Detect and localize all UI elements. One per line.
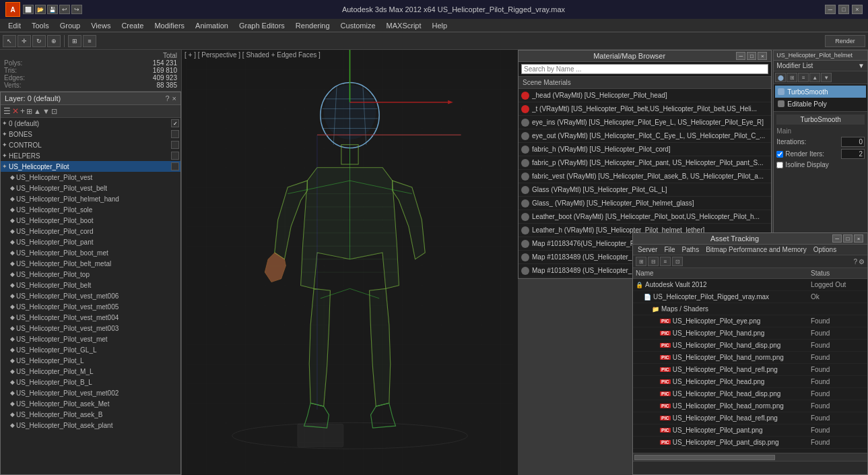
layer-item[interactable]: ◆ US_Helicopter_Pilot_pant [1,236,180,247]
asset-item[interactable]: 📁 Maps / Shaders [633,303,867,315]
layer-item[interactable]: ◆ US_Helicopter_Pilot_asek_plant [1,420,180,431]
tb-redo[interactable]: ↪ [71,5,82,14]
layer-item[interactable]: ◆ US_Helicopter_Pilot_vest_met003 [1,323,180,334]
layer-item[interactable]: ◆ US_Helicopter_Pilot_vest_met006 [1,290,180,301]
isoline-checkbox[interactable] [776,162,783,168]
asset-item[interactable]: 📄 US_Helicopter_Pilot_Rigged_vray.max Ok [633,291,867,303]
material-search-input[interactable] [521,64,768,74]
select-tool[interactable]: ↖ [3,35,16,47]
layer-checkbox[interactable] [171,152,179,160]
layer-item[interactable]: ◆ US_Helicopter_Pilot_helmet_hand [1,193,180,204]
tb-new[interactable]: ⬜ [23,5,34,14]
layer-item[interactable]: ◆ US_Helicopter_Pilot_cord [1,226,180,236]
layer-delete-btn[interactable]: ✕ [12,106,19,116]
material-item[interactable]: Leather_boot (VRayMtl) [US_Helicopter_Pi… [519,210,771,224]
asset-horizontal-scrollbar[interactable] [633,453,867,461]
layer-item[interactable]: ◆ US_Helicopter_Pilot_asek_Met [1,398,180,409]
menu-views[interactable]: Views [86,19,116,32]
asset-item[interactable]: PIC US_Helicopter_Pilot_eye.png Found [633,315,867,327]
layer-item[interactable]: ◆ US_Helicopter_Pilot_GL_L [1,344,180,355]
menu-rendering[interactable]: Rendering [290,19,335,32]
layer-checkbox[interactable]: ✓ [171,119,179,127]
layer-item[interactable]: ◆ US_Helicopter_Pilot_belt_metal [1,258,180,269]
layer-add-btn[interactable]: + [20,106,25,116]
layer-item[interactable]: ◆ US_Helicopter_Pilot_vest_met005 [1,301,180,312]
menu-create[interactable]: Create [116,19,149,32]
menu-edit[interactable]: Edit [3,19,26,32]
material-item[interactable]: Glass_ (VRayMtl) [US_Helicopter_Pilot_he… [519,197,771,210]
asset-item[interactable]: PIC US_Helicopter_Pilot_head_disp.png Fo… [633,388,867,400]
material-item[interactable]: fabric_h (VRayMtl) [US_Helicopter_Pilot_… [519,143,771,156]
layer-item[interactable]: ◆ US_Helicopter_Pilot_vest_belt [1,183,180,193]
menu-tools[interactable]: Tools [26,19,55,32]
tb-open[interactable]: 📂 [35,5,46,14]
layer-item[interactable]: ◆ US_Helicopter_Pilot_M_L [1,366,180,377]
mod-icon-5[interactable]: ▼ [821,73,832,82]
asset-maximize-btn[interactable]: □ [843,234,853,243]
layer-item[interactable]: ◆ US_Helicopter_Pilot_boot [1,215,180,226]
layer-item[interactable]: ✦ 0 (default) ✓ [1,118,180,129]
menu-help[interactable]: Help [427,19,453,32]
menu-graph-editors[interactable]: Graph Editors [234,19,290,32]
asset-item[interactable]: PIC US_Helicopter_Pilot_hand_disp.png Fo… [633,340,867,352]
layer-item[interactable]: ◆ US_Helicopter_Pilot_vest [1,172,180,183]
mat-maximize-btn[interactable]: □ [747,52,756,60]
layer-item[interactable]: ◆ US_Helicopter_Pilot_sole [1,204,180,215]
layer-item[interactable]: ◆ US_Helicopter_Pilot_vest_met004 [1,312,180,323]
layer-help-button[interactable]: ? [165,94,169,102]
asset-item[interactable]: PIC US_Helicopter_Pilot_head_norm.png Fo… [633,400,867,412]
asset-item[interactable]: 🔒 Autodesk Vault 2012 Logged Out [633,279,867,291]
asset-tb-1[interactable]: ⊞ [636,257,646,266]
layer-item[interactable]: ◆ US_Helicopter_Pilot_belt [1,280,180,290]
asset-item[interactable]: PIC US_Helicopter_Pilot_hand_norm.png Fo… [633,352,867,364]
asset-help-btn[interactable]: ? [853,258,857,265]
layer-btn-4[interactable]: ▲ [34,107,41,115]
layer-checkbox[interactable] [171,130,179,138]
layer-checkbox[interactable] [171,162,179,170]
asset-minimize-btn[interactable]: ─ [832,234,842,243]
viewport[interactable]: [ + ] [ Perspective ] [ Shaded + Edged F… [182,50,518,475]
render-setup[interactable]: Render [825,35,865,47]
layer-item[interactable]: ◆ US_Helicopter_Pilot_top [1,269,180,280]
material-item[interactable]: fabric_vest (VRayMtl) [US_Helicopter_Pil… [519,170,771,183]
menu-animation[interactable]: Animation [190,19,234,32]
mat-minimize-btn[interactable]: ─ [736,52,745,60]
asset-item[interactable]: PIC US_Helicopter_Pilot_hand.png Found [633,327,867,340]
layer-close-button[interactable]: × [172,94,176,102]
material-item[interactable]: eye_out (VRayMtl) [US_Helicopter_Pilot_C… [519,129,771,143]
asset-item[interactable]: PIC US_Helicopter_Pilot_head.png Found [633,376,867,388]
asset-tb-4[interactable]: ⊡ [672,257,683,266]
asset-item[interactable]: PIC US_Helicopter_Pilot_pant.png Found [633,424,867,437]
tb-undo[interactable]: ↩ [59,5,70,14]
layer-item[interactable]: ◆ US_Helicopter_Pilot_boot_met [1,247,180,258]
material-item[interactable]: _head (VRayMtl) [US_Helicopter_Pilot_hea… [519,89,771,102]
material-item[interactable]: fabric_p (VRayMtl) [US_Helicopter_Pilot_… [519,156,771,170]
mat-close-btn[interactable]: × [758,52,767,60]
tb-save[interactable]: 💾 [47,5,58,14]
asset-item[interactable]: PIC US_Helicopter_Pilot_head_refl.png Fo… [633,412,867,424]
mod-icon-4[interactable]: ▲ [809,73,820,82]
close-button[interactable]: × [852,5,863,14]
material-item[interactable]: _t (VRayMtl) [US_Helicopter_Pilot_belt,U… [519,102,771,116]
layer-item[interactable]: ✦ HELPERS [1,150,180,161]
layer-item[interactable]: ◆ US_Helicopter_Pilot_B_L [1,377,180,387]
menu-maxscript[interactable]: MAXScript [381,19,427,32]
mirror-tool[interactable]: ⊞ [68,35,81,47]
menu-customize[interactable]: Customize [335,19,381,32]
render-iters-input[interactable] [841,149,865,159]
scale-tool[interactable]: ⊕ [47,35,61,47]
layer-item[interactable]: ✦ CONTROL [1,139,180,150]
layer-item[interactable]: ◆ US_Helicopter_Pilot_vest_met002 [1,387,180,398]
asset-settings-btn[interactable]: ⚙ [859,258,865,265]
asset-tb-2[interactable]: ⊟ [648,257,659,266]
layer-item[interactable]: ✦ BONES [1,129,180,139]
modifier-item-editable-poly[interactable]: Editable Poly [775,98,866,110]
modifier-item-turbosmouth[interactable]: TurboSmooth [775,86,866,98]
align-tool[interactable]: ≡ [83,35,96,47]
asset-menu-paths[interactable]: Paths [680,246,702,253]
layer-btn-6[interactable]: ⊡ [51,107,57,116]
layer-item[interactable]: ◆ US_Helicopter_Pilot_L [1,355,180,366]
material-item[interactable]: Glass (VRayMtl) [US_Helicopter_Pilot_GL_… [519,183,771,197]
asset-close-btn[interactable]: × [854,234,863,243]
asset-menu-server[interactable]: Server [636,246,659,253]
